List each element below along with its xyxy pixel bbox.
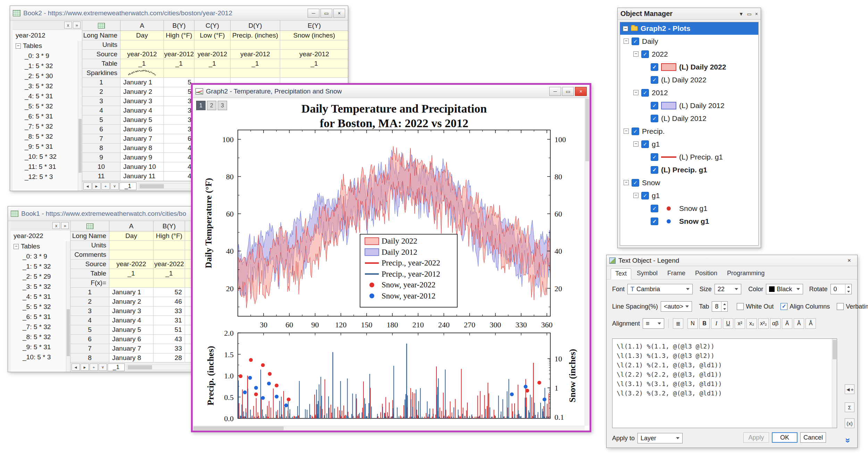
- grid-cell[interactable]: year-2022: [153, 260, 185, 269]
- tables-list-item[interactable]: _3: 5 * 32: [25, 81, 82, 91]
- row-label[interactable]: Long Name: [82, 31, 120, 40]
- row-label[interactable]: Long Name: [70, 231, 109, 241]
- superscript-button[interactable]: x²: [735, 318, 745, 329]
- checkbox-checked-icon[interactable]: ✓: [651, 218, 658, 225]
- plot-tree-item[interactable]: ✓(L) Daily 2022: [620, 60, 758, 73]
- row-number[interactable]: 4: [70, 316, 109, 325]
- grid-cell[interactable]: 46: [153, 297, 185, 306]
- grid-cell[interactable]: [109, 278, 153, 288]
- grid-cell[interactable]: January 9: [120, 153, 164, 162]
- snow-point-2022[interactable]: [525, 389, 529, 393]
- grid-cell[interactable]: _1: [109, 269, 153, 278]
- grid-cell[interactable]: High (°F): [153, 231, 185, 241]
- temperature-precipitation-chart[interactable]: Daily Temperature and Precipitationfor B…: [193, 98, 585, 426]
- checkbox-checked-icon[interactable]: ✓: [632, 179, 639, 187]
- plot-tree-item[interactable]: ✓(L) Precip. g1: [620, 150, 758, 163]
- tables-list-item[interactable]: _8: 5 * 32: [25, 131, 82, 141]
- super-subscript-button[interactable]: x²₂: [758, 318, 769, 329]
- graph2-titlebar[interactable]: Graph2 - Temperature, Precipitation and …: [193, 85, 590, 98]
- snow-point-2012[interactable]: [261, 396, 265, 400]
- grid-cell[interactable]: _1: [231, 59, 280, 68]
- row-number[interactable]: 8: [82, 144, 120, 153]
- minimize-button[interactable]: ─: [549, 87, 561, 96]
- grid-cell[interactable]: [153, 250, 185, 260]
- row-number[interactable]: 6: [70, 335, 109, 344]
- tables-list-item[interactable]: _7: 5 * 32: [23, 322, 70, 332]
- snow-point-2022[interactable]: [249, 358, 253, 362]
- first-sheet-button[interactable]: ◄: [83, 182, 92, 190]
- row-number[interactable]: 11: [82, 172, 120, 181]
- grid-cell[interactable]: January 7: [109, 344, 153, 353]
- plot-tree-item[interactable]: −✓2022: [620, 48, 758, 60]
- panel-scrollbar[interactable]: [66, 241, 70, 372]
- snow-point-2012[interactable]: [254, 386, 258, 390]
- grid-cell[interactable]: 5: [164, 87, 194, 97]
- grid-cell[interactable]: January 1: [120, 78, 164, 87]
- panel-close-button[interactable]: x: [52, 222, 60, 229]
- grid-cell[interactable]: [194, 68, 231, 78]
- grid-cell[interactable]: [164, 40, 194, 50]
- grid-cell[interactable]: [280, 40, 348, 50]
- next-sheet-button[interactable]: ►: [81, 363, 89, 371]
- snow-axis-title[interactable]: Snow (inches): [567, 349, 577, 402]
- plot-tree-item[interactable]: ✓(L) Daily 2012: [620, 99, 758, 112]
- grid-cell[interactable]: 28: [153, 353, 185, 362]
- snow-point-2012[interactable]: [267, 382, 271, 385]
- expander-icon[interactable]: −: [14, 244, 19, 249]
- checkbox-checked-icon[interactable]: ✓: [641, 140, 649, 148]
- tables-list-item[interactable]: _2: 5 * 29: [23, 271, 70, 281]
- close-icon[interactable]: ×: [755, 11, 758, 17]
- legend-text-input[interactable]: \l(1.1) %(1.1, @(@l3 @l2)) \l(1.3) %(1.3…: [612, 338, 837, 428]
- tables-list-item[interactable]: _8: 5 * 32: [23, 332, 70, 342]
- normal-button[interactable]: N: [687, 318, 698, 329]
- row-number[interactable]: 5: [82, 115, 120, 125]
- cancel-button[interactable]: Cancel: [800, 432, 826, 443]
- grid-cell[interactable]: _1: [280, 59, 348, 68]
- sheet-list-button[interactable]: ∨: [110, 182, 119, 190]
- snow-point-2022[interactable]: [287, 398, 291, 401]
- checkbox-checked-icon[interactable]: ✓: [641, 50, 649, 58]
- expander-icon[interactable]: −: [624, 180, 629, 185]
- grid-cell[interactable]: Day: [120, 31, 164, 40]
- grid-cell[interactable]: January 5: [120, 115, 164, 125]
- grid-cell[interactable]: 4: [164, 144, 194, 153]
- graph-subtitle[interactable]: for Boston, MA: 2022 vs 2012: [320, 117, 468, 130]
- grid-cell[interactable]: January 6: [109, 335, 153, 344]
- grid-cell[interactable]: January 2: [120, 87, 164, 97]
- grid-cell[interactable]: 4: [164, 172, 194, 181]
- float-icon[interactable]: ▭: [747, 11, 752, 17]
- function-button[interactable]: (x): [845, 418, 854, 428]
- column-header[interactable]: A: [109, 221, 153, 231]
- tables-list-item[interactable]: _10: 5 * 3: [23, 352, 70, 362]
- expander-icon[interactable]: −: [624, 39, 629, 44]
- row-number[interactable]: 5: [70, 325, 109, 335]
- expander-icon[interactable]: −: [16, 43, 21, 49]
- plot-tree-item[interactable]: −✓2012: [620, 86, 758, 99]
- row-number[interactable]: 7: [70, 344, 109, 353]
- vertical-scrollbar[interactable]: [585, 98, 590, 426]
- checkbox-checked-icon[interactable]: ✓: [651, 205, 658, 212]
- font-select[interactable]: T Cambria: [627, 284, 693, 294]
- checkbox-checked-icon[interactable]: ✓: [641, 89, 649, 97]
- grid-cell[interactable]: [109, 241, 153, 250]
- grid-cell[interactable]: 3: [164, 115, 194, 125]
- rotate-stepper[interactable]: 0: [831, 284, 852, 294]
- tables-list-item[interactable]: _3: 5 * 32: [23, 281, 70, 292]
- grid-cell[interactable]: [231, 40, 280, 50]
- expander-icon[interactable]: −: [633, 90, 639, 95]
- grid-cell[interactable]: year-2022: [109, 260, 153, 269]
- legend-dialog-titlebar[interactable]: Text Object - Legend ×: [607, 255, 857, 266]
- grid-cell[interactable]: 43: [153, 335, 185, 344]
- column-header[interactable]: C(Y): [194, 21, 231, 31]
- column-header[interactable]: B(Y): [153, 221, 185, 231]
- precip-axis-title[interactable]: Precip. (inches): [206, 346, 216, 405]
- circumflex-button[interactable]: Â: [794, 318, 804, 329]
- grid-cell[interactable]: 3: [164, 125, 194, 134]
- snow-point-2012[interactable]: [524, 385, 527, 389]
- grid-cell[interactable]: January 10: [120, 162, 164, 172]
- tables-list-item[interactable]: _2: 5 * 30: [25, 71, 82, 81]
- grid-cell[interactable]: January 3: [120, 97, 164, 106]
- layer-button-3[interactable]: 3: [218, 101, 227, 110]
- snow-point-2022[interactable]: [261, 363, 265, 367]
- tables-list-item[interactable]: _1: 5 * 32: [23, 261, 70, 271]
